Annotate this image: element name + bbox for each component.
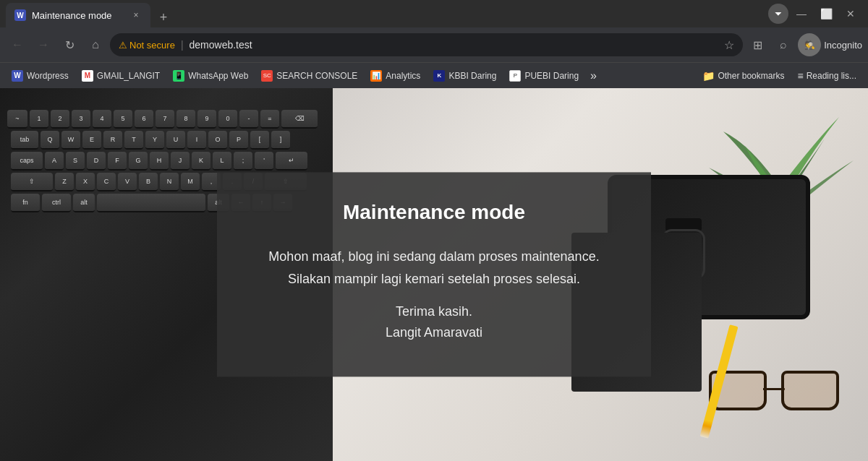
key-equals: = xyxy=(260,110,279,129)
search-button[interactable]: ⌕ xyxy=(772,33,795,56)
other-bookmarks-label: Other bookmarks xyxy=(718,71,784,81)
key-n: N xyxy=(160,173,179,191)
bookmark-kbbi-label: KBBI Daring xyxy=(448,71,496,81)
bookmark-kbbi[interactable]: K KBBI Daring xyxy=(427,67,502,85)
key-lbracket: [ xyxy=(250,131,269,150)
keyboard-row-3: caps A S D F G H J K L ; ' ↵ xyxy=(0,152,354,171)
incognito-label: Incognito xyxy=(824,40,862,51)
navbar: ← → ↻ ⌂ ⚠ Not secure | demoweb.test ☆ ⊞ … xyxy=(0,27,868,62)
key-m: M xyxy=(181,173,200,191)
nav-right-buttons: ⊞ ⌕ 🕵 Incognito xyxy=(746,33,862,56)
more-bookmarks-button[interactable]: » xyxy=(586,66,601,85)
key-tilde: ~ xyxy=(7,110,27,129)
titlebar: W Maintenance mode × + ⏷ — ⬜ ✕ xyxy=(0,0,868,27)
key-q: Q xyxy=(41,131,59,150)
key-j: J xyxy=(171,152,190,171)
key-l: L xyxy=(213,152,231,171)
bookmark-search-console[interactable]: SC SEARCH CONSOLE xyxy=(255,67,363,85)
bookmark-puebi[interactable]: P PUEBI Daring xyxy=(503,67,584,85)
key-ctrl: ctrl xyxy=(42,194,71,212)
wordpress-icon: W xyxy=(12,70,23,82)
key-0: 0 xyxy=(218,110,237,129)
key-lshift: ⇧ xyxy=(11,173,53,191)
key-4: 4 xyxy=(93,110,111,129)
whatsapp-icon: 📱 xyxy=(173,70,184,82)
history-button[interactable]: ⏷ xyxy=(768,4,788,24)
warning-triangle-icon: ⚠ xyxy=(119,40,127,51)
analytics-icon: 📊 xyxy=(370,70,382,82)
kbbi-icon: K xyxy=(433,70,445,82)
key-fn: fn xyxy=(11,194,40,212)
bookmark-analytics-label: Analytics xyxy=(386,71,420,81)
key-g: G xyxy=(129,152,148,171)
tab-close-button[interactable]: × xyxy=(130,9,142,21)
key-t: T xyxy=(124,131,143,150)
maintenance-body: Mohon maaf, blog ini sedang dalam proses… xyxy=(253,246,615,290)
keyboard-row-2: tab Q W E R T Y U I O P [ ] xyxy=(0,131,354,150)
reading-list-button[interactable]: ≡ Reading lis... xyxy=(791,67,862,85)
key-1: 1 xyxy=(30,110,48,129)
key-space xyxy=(97,194,205,212)
key-alt: alt xyxy=(73,194,95,212)
minimize-button[interactable]: — xyxy=(790,4,813,24)
maintenance-thanks: Terima kasih. xyxy=(253,305,615,320)
key-3: 3 xyxy=(72,110,90,129)
maximize-button[interactable]: ⬜ xyxy=(814,4,838,24)
gmail-icon: M xyxy=(82,70,93,82)
key-z: Z xyxy=(55,173,74,191)
bookmark-wordpress[interactable]: W Wordpress xyxy=(6,67,75,85)
key-d: D xyxy=(87,152,106,171)
bookmark-gmail[interactable]: M GMAIL_LANGIT xyxy=(76,67,166,85)
key-i: I xyxy=(187,131,206,150)
close-window-button[interactable]: ✕ xyxy=(839,4,862,24)
key-p: P xyxy=(229,131,248,150)
page-content: ~ 1 2 3 4 5 6 7 8 9 0 - = ⌫ tab xyxy=(0,88,868,461)
tab-favicon: W xyxy=(14,9,26,21)
reload-button[interactable]: ↻ xyxy=(58,33,81,56)
key-c: C xyxy=(97,173,116,191)
key-minus: - xyxy=(239,110,258,129)
key-y: Y xyxy=(145,131,164,150)
background-image: ~ 1 2 3 4 5 6 7 8 9 0 - = ⌫ tab xyxy=(0,88,868,461)
bookmark-search-console-label: SEARCH CONSOLE xyxy=(276,71,357,81)
bookmark-wordpress-label: Wordpress xyxy=(27,71,69,81)
tab-strip: W Maintenance mode × + xyxy=(6,0,174,27)
bookmark-analytics[interactable]: 📊 Analytics xyxy=(365,67,426,85)
key-8: 8 xyxy=(176,110,195,129)
key-9: 9 xyxy=(197,110,216,129)
extensions-button[interactable]: ⊞ xyxy=(746,33,769,56)
new-tab-button[interactable]: + xyxy=(153,7,174,27)
reading-list-icon: ≡ xyxy=(797,70,803,82)
key-2: 2 xyxy=(51,110,69,129)
bookmark-whatsapp-label: WhatsApp Web xyxy=(188,71,248,81)
address-bar[interactable]: ⚠ Not secure | demoweb.test ☆ xyxy=(110,33,743,56)
forward-button[interactable]: → xyxy=(32,33,55,56)
maintenance-title: Maintenance mode xyxy=(253,201,615,224)
bookmark-whatsapp[interactable]: 📱 WhatsApp Web xyxy=(167,67,254,85)
home-button[interactable]: ⌂ xyxy=(84,33,107,56)
incognito-icon: 🕵 xyxy=(804,40,815,50)
key-f: F xyxy=(108,152,127,171)
puebi-icon: P xyxy=(509,70,521,82)
folder-icon: 📁 xyxy=(702,70,715,82)
key-v: V xyxy=(118,173,137,191)
key-w: W xyxy=(61,131,80,150)
back-button[interactable]: ← xyxy=(6,33,29,56)
key-semicolon: ; xyxy=(234,152,252,171)
url-display: demoweb.test xyxy=(190,39,719,51)
maintenance-author: Langit Amaravati xyxy=(253,326,615,341)
bookmark-star-icon[interactable]: ☆ xyxy=(724,38,734,52)
key-backspace: ⌫ xyxy=(281,110,318,129)
key-enter: ↵ xyxy=(276,152,307,171)
key-o: O xyxy=(208,131,227,150)
active-tab[interactable]: W Maintenance mode × xyxy=(6,3,150,27)
bookmarks-bar: W Wordpress M GMAIL_LANGIT 📱 WhatsApp We… xyxy=(0,62,868,88)
profile-button[interactable]: 🕵 xyxy=(798,33,821,56)
keyboard-row-1: ~ 1 2 3 4 5 6 7 8 9 0 - = ⌫ xyxy=(0,110,354,129)
other-bookmarks-button[interactable]: 📁 Other bookmarks xyxy=(697,67,790,85)
key-a: A xyxy=(45,152,64,171)
key-s: S xyxy=(66,152,85,171)
key-rbracket: ] xyxy=(271,131,290,150)
key-e: E xyxy=(82,131,101,150)
reading-list-label: Reading lis... xyxy=(807,71,856,81)
